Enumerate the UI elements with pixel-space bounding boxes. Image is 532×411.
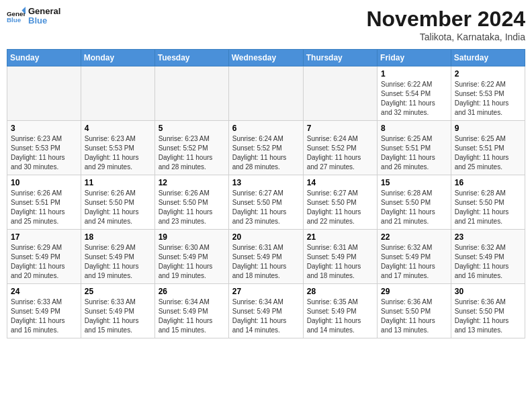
weekday-header-thursday: Thursday bbox=[303, 50, 377, 66]
day-number: 24 bbox=[11, 287, 77, 296]
day-number: 11 bbox=[85, 178, 151, 187]
day-number: 20 bbox=[232, 232, 300, 242]
day-number: 27 bbox=[232, 287, 300, 296]
day-info: Sunrise: 6:35 AM Sunset: 5:49 PM Dayligh… bbox=[307, 298, 373, 335]
day-number: 30 bbox=[455, 287, 521, 296]
day-number: 18 bbox=[85, 232, 151, 242]
day-info: Sunrise: 6:26 AM Sunset: 5:51 PM Dayligh… bbox=[11, 189, 77, 226]
day-number: 19 bbox=[159, 232, 225, 242]
day-number: 7 bbox=[307, 124, 373, 133]
day-number: 12 bbox=[159, 178, 225, 187]
day-info: Sunrise: 6:29 AM Sunset: 5:49 PM Dayligh… bbox=[85, 243, 151, 281]
day-info: Sunrise: 6:31 AM Sunset: 5:49 PM Dayligh… bbox=[232, 243, 300, 281]
day-info: Sunrise: 6:26 AM Sunset: 5:50 PM Dayligh… bbox=[159, 189, 225, 226]
day-number: 17 bbox=[11, 232, 77, 242]
day-number: 9 bbox=[455, 124, 521, 133]
day-info: Sunrise: 6:24 AM Sunset: 5:52 PM Dayligh… bbox=[307, 134, 373, 172]
day-number: 2 bbox=[455, 69, 521, 79]
calendar-cell: 8Sunrise: 6:25 AM Sunset: 5:51 PM Daylig… bbox=[378, 121, 451, 175]
day-info: Sunrise: 6:24 AM Sunset: 5:52 PM Dayligh… bbox=[232, 134, 300, 172]
day-number: 26 bbox=[159, 287, 225, 296]
calendar-cell: 6Sunrise: 6:24 AM Sunset: 5:52 PM Daylig… bbox=[228, 121, 303, 175]
day-number: 21 bbox=[307, 232, 373, 242]
day-info: Sunrise: 6:31 AM Sunset: 5:49 PM Dayligh… bbox=[307, 243, 373, 281]
day-number: 14 bbox=[307, 178, 373, 187]
calendar-cell: 29Sunrise: 6:36 AM Sunset: 5:50 PM Dayli… bbox=[378, 284, 451, 338]
day-info: Sunrise: 6:22 AM Sunset: 5:54 PM Dayligh… bbox=[381, 80, 447, 118]
day-info: Sunrise: 6:23 AM Sunset: 5:53 PM Dayligh… bbox=[11, 134, 77, 172]
calendar-cell: 25Sunrise: 6:33 AM Sunset: 5:49 PM Dayli… bbox=[81, 284, 154, 338]
calendar-cell: 9Sunrise: 6:25 AM Sunset: 5:51 PM Daylig… bbox=[451, 121, 525, 175]
day-number: 29 bbox=[381, 287, 447, 296]
weekday-header-saturday: Saturday bbox=[451, 50, 525, 66]
weekday-header-monday: Monday bbox=[81, 50, 154, 66]
weekday-header-wednesday: Wednesday bbox=[228, 50, 303, 66]
calendar-cell: 10Sunrise: 6:26 AM Sunset: 5:51 PM Dayli… bbox=[7, 175, 81, 230]
day-info: Sunrise: 6:23 AM Sunset: 5:52 PM Dayligh… bbox=[159, 134, 225, 172]
logo-icon: General Blue bbox=[7, 7, 26, 26]
calendar-cell: 1Sunrise: 6:22 AM Sunset: 5:54 PM Daylig… bbox=[378, 66, 451, 121]
day-number: 1 bbox=[381, 69, 447, 79]
calendar-table: SundayMondayTuesdayWednesdayThursdayFrid… bbox=[7, 49, 525, 338]
day-number: 22 bbox=[381, 232, 447, 242]
day-number: 5 bbox=[159, 124, 225, 133]
day-info: Sunrise: 6:28 AM Sunset: 5:50 PM Dayligh… bbox=[381, 189, 447, 226]
day-number: 4 bbox=[85, 124, 151, 133]
weekday-header-sunday: Sunday bbox=[7, 50, 81, 66]
day-info: Sunrise: 6:27 AM Sunset: 5:50 PM Dayligh… bbox=[307, 189, 373, 226]
calendar-cell: 17Sunrise: 6:29 AM Sunset: 5:49 PM Dayli… bbox=[7, 230, 81, 284]
calendar-cell: 23Sunrise: 6:32 AM Sunset: 5:49 PM Dayli… bbox=[451, 230, 525, 284]
day-number: 13 bbox=[232, 178, 300, 187]
day-info: Sunrise: 6:34 AM Sunset: 5:49 PM Dayligh… bbox=[232, 298, 300, 335]
calendar-cell: 5Sunrise: 6:23 AM Sunset: 5:52 PM Daylig… bbox=[154, 121, 228, 175]
location: Talikota, Karnataka, India bbox=[366, 32, 525, 42]
day-info: Sunrise: 6:25 AM Sunset: 5:51 PM Dayligh… bbox=[381, 134, 447, 172]
calendar-cell: 13Sunrise: 6:27 AM Sunset: 5:50 PM Dayli… bbox=[228, 175, 303, 230]
calendar-cell: 2Sunrise: 6:22 AM Sunset: 5:53 PM Daylig… bbox=[451, 66, 525, 121]
calendar-cell: 28Sunrise: 6:35 AM Sunset: 5:49 PM Dayli… bbox=[303, 284, 377, 338]
day-number: 23 bbox=[455, 232, 521, 242]
calendar-week-row: 24Sunrise: 6:33 AM Sunset: 5:49 PM Dayli… bbox=[7, 284, 525, 338]
calendar-cell bbox=[81, 66, 154, 121]
day-info: Sunrise: 6:28 AM Sunset: 5:50 PM Dayligh… bbox=[455, 189, 521, 226]
day-info: Sunrise: 6:29 AM Sunset: 5:49 PM Dayligh… bbox=[11, 243, 77, 281]
calendar-cell bbox=[228, 66, 303, 121]
calendar-cell bbox=[154, 66, 228, 121]
calendar-cell: 27Sunrise: 6:34 AM Sunset: 5:49 PM Dayli… bbox=[228, 284, 303, 338]
title-block: November 2024 Talikota, Karnataka, India bbox=[366, 7, 525, 42]
calendar-cell: 22Sunrise: 6:32 AM Sunset: 5:49 PM Dayli… bbox=[378, 230, 451, 284]
logo: General Blue General Blue bbox=[7, 7, 60, 26]
calendar-week-row: 17Sunrise: 6:29 AM Sunset: 5:49 PM Dayli… bbox=[7, 230, 525, 284]
calendar-cell: 3Sunrise: 6:23 AM Sunset: 5:53 PM Daylig… bbox=[7, 121, 81, 175]
calendar-cell: 20Sunrise: 6:31 AM Sunset: 5:49 PM Dayli… bbox=[228, 230, 303, 284]
calendar-cell: 30Sunrise: 6:36 AM Sunset: 5:50 PM Dayli… bbox=[451, 284, 525, 338]
calendar-week-row: 10Sunrise: 6:26 AM Sunset: 5:51 PM Dayli… bbox=[7, 175, 525, 230]
day-number: 10 bbox=[11, 178, 77, 187]
calendar-week-row: 1Sunrise: 6:22 AM Sunset: 5:54 PM Daylig… bbox=[7, 66, 525, 121]
day-info: Sunrise: 6:36 AM Sunset: 5:50 PM Dayligh… bbox=[381, 298, 447, 335]
day-info: Sunrise: 6:36 AM Sunset: 5:50 PM Dayligh… bbox=[455, 298, 521, 335]
day-info: Sunrise: 6:27 AM Sunset: 5:50 PM Dayligh… bbox=[232, 189, 300, 226]
calendar-cell: 12Sunrise: 6:26 AM Sunset: 5:50 PM Dayli… bbox=[154, 175, 228, 230]
day-number: 28 bbox=[307, 287, 373, 296]
day-info: Sunrise: 6:34 AM Sunset: 5:49 PM Dayligh… bbox=[159, 298, 225, 335]
calendar-cell: 4Sunrise: 6:23 AM Sunset: 5:53 PM Daylig… bbox=[81, 121, 154, 175]
calendar-cell: 24Sunrise: 6:33 AM Sunset: 5:49 PM Dayli… bbox=[7, 284, 81, 338]
calendar-week-row: 3Sunrise: 6:23 AM Sunset: 5:53 PM Daylig… bbox=[7, 121, 525, 175]
calendar-cell: 19Sunrise: 6:30 AM Sunset: 5:49 PM Dayli… bbox=[154, 230, 228, 284]
day-number: 25 bbox=[85, 287, 151, 296]
day-info: Sunrise: 6:25 AM Sunset: 5:51 PM Dayligh… bbox=[455, 134, 521, 172]
calendar-cell bbox=[7, 66, 81, 121]
calendar-cell: 26Sunrise: 6:34 AM Sunset: 5:49 PM Dayli… bbox=[154, 284, 228, 338]
day-info: Sunrise: 6:32 AM Sunset: 5:49 PM Dayligh… bbox=[381, 243, 447, 281]
month-title: November 2024 bbox=[366, 7, 525, 32]
page-header: General Blue General Blue November 2024 … bbox=[7, 7, 525, 42]
weekday-header-tuesday: Tuesday bbox=[154, 50, 228, 66]
day-info: Sunrise: 6:23 AM Sunset: 5:53 PM Dayligh… bbox=[85, 134, 151, 172]
day-info: Sunrise: 6:33 AM Sunset: 5:49 PM Dayligh… bbox=[85, 298, 151, 335]
weekday-header-friday: Friday bbox=[378, 50, 451, 66]
day-number: 8 bbox=[381, 124, 447, 133]
calendar-cell: 14Sunrise: 6:27 AM Sunset: 5:50 PM Dayli… bbox=[303, 175, 377, 230]
day-number: 15 bbox=[381, 178, 447, 187]
calendar-cell: 21Sunrise: 6:31 AM Sunset: 5:49 PM Dayli… bbox=[303, 230, 377, 284]
